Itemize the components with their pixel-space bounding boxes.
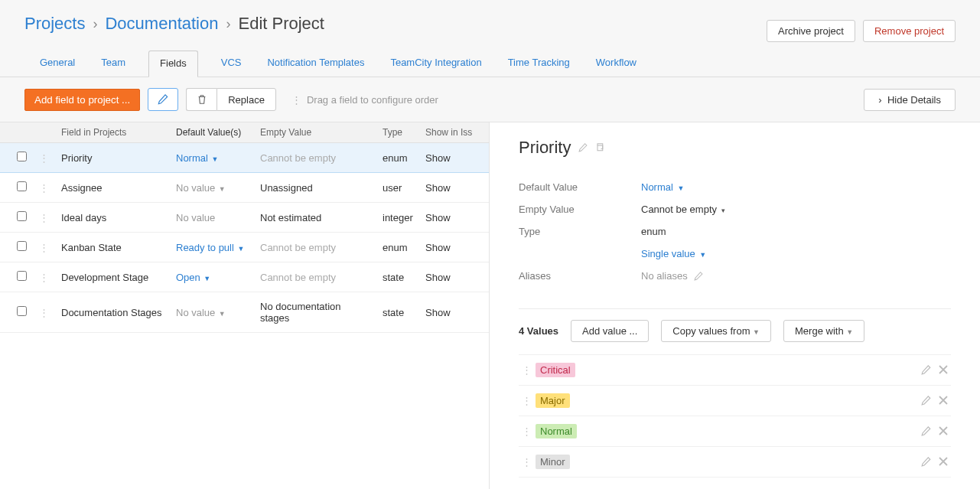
fields-table-panel: Field in Projects Default Value(s) Empty… xyxy=(0,122,490,489)
pencil-icon[interactable] xyxy=(921,396,931,406)
table-row[interactable]: ⋮ Kanban State Ready to pull ▼ Cannot be… xyxy=(0,233,489,262)
tab-teamcity-integration[interactable]: TeamCity Integration xyxy=(387,51,484,77)
empty-value: No documentation stages xyxy=(260,301,341,324)
header-default: Default Value(s) xyxy=(170,122,254,143)
field-type: user xyxy=(376,173,419,203)
row-checkbox[interactable] xyxy=(17,271,27,281)
field-name: Priority xyxy=(55,143,170,173)
show-value: Show xyxy=(419,173,489,203)
default-value-dropdown[interactable]: No value ▼ xyxy=(176,307,226,318)
table-row[interactable]: ⋮ Assignee No value ▼ Unassigned user Sh… xyxy=(0,173,489,203)
tab-fields[interactable]: Fields xyxy=(148,51,198,77)
copy-icon[interactable] xyxy=(595,143,604,152)
drag-handle-icon[interactable]: ⋮ xyxy=(33,173,55,203)
hide-details-button[interactable]: › Hide Details xyxy=(864,89,956,111)
breadcrumb-sep-1: › xyxy=(93,16,97,32)
default-value-dropdown[interactable]: Ready to pull ▼ xyxy=(176,242,244,253)
breadcrumb-documentation[interactable]: Documentation xyxy=(105,14,218,34)
values-list: ⋮ Critical ⋮ Major ⋮ Normal ⋮ Minor xyxy=(519,354,951,478)
replace-button[interactable]: Replace xyxy=(217,88,276,111)
trash-icon xyxy=(197,94,207,105)
fields-table: Field in Projects Default Value(s) Empty… xyxy=(0,122,489,333)
show-value: Show xyxy=(419,292,489,333)
row-checkbox[interactable] xyxy=(17,181,27,191)
values-section: 4 Values Add value ... Copy values from … xyxy=(519,308,951,478)
field-name: Kanban State xyxy=(55,233,170,262)
show-value: Show xyxy=(419,262,489,292)
table-row[interactable]: ⋮ Development Stage Open ▼ Cannot be emp… xyxy=(0,262,489,292)
tab-notification-templates[interactable]: Notification Templates xyxy=(264,51,367,77)
close-icon[interactable] xyxy=(939,396,948,406)
drag-handle-icon[interactable]: ⋮ xyxy=(33,262,55,292)
close-icon[interactable] xyxy=(939,457,948,467)
close-icon[interactable] xyxy=(939,426,948,436)
row-checkbox[interactable] xyxy=(17,152,27,161)
pencil-icon[interactable] xyxy=(694,272,703,281)
value-row[interactable]: ⋮ Major xyxy=(519,386,951,416)
panel-title: Priority xyxy=(519,138,951,158)
drag-handle-icon[interactable]: ⋮ xyxy=(33,233,55,262)
value-row[interactable]: ⋮ Critical xyxy=(519,354,951,386)
merge-with-button[interactable]: Merge with ▼ xyxy=(783,320,864,342)
row-checkbox[interactable] xyxy=(17,241,27,251)
drag-handle-icon[interactable]: ⋮ xyxy=(522,456,536,468)
copy-values-button[interactable]: Copy values from ▼ xyxy=(661,320,771,342)
show-value: Show xyxy=(419,203,489,233)
breadcrumb-projects[interactable]: Projects xyxy=(24,14,85,34)
drag-handle-icon[interactable]: ⋮ xyxy=(522,425,536,437)
edit-mode-button[interactable] xyxy=(148,88,178,111)
field-type: integer xyxy=(376,203,419,233)
tab-team[interactable]: Team xyxy=(98,51,129,77)
show-value: Show xyxy=(419,233,489,262)
tab-vcs[interactable]: VCS xyxy=(218,51,245,77)
drag-handle-icon[interactable]: ⋮ xyxy=(522,395,536,406)
field-type: enum xyxy=(376,233,419,262)
value-row[interactable]: ⋮ Minor xyxy=(519,447,951,478)
prop-aliases-label: Aliases xyxy=(519,270,641,282)
archive-project-button[interactable]: Archive project xyxy=(767,20,855,42)
breadcrumb: Projects › Documentation › Edit Project xyxy=(24,14,324,34)
row-checkbox[interactable] xyxy=(17,211,27,221)
header-type: Type xyxy=(376,122,419,143)
drag-dots-icon: ⋮ xyxy=(291,94,302,106)
field-detail-panel: Priority Default Value Normal ▼ Empty Va… xyxy=(490,122,980,489)
prop-aliases-value: No aliases xyxy=(641,270,688,282)
tab-workflow[interactable]: Workflow xyxy=(593,51,640,77)
default-value-dropdown[interactable]: No value ▼ xyxy=(176,182,226,194)
remove-project-button[interactable]: Remove project xyxy=(863,20,956,42)
table-row[interactable]: ⋮ Documentation Stages No value ▼ No doc… xyxy=(0,292,489,333)
main-split: Field in Projects Default Value(s) Empty… xyxy=(0,122,980,489)
prop-default-value[interactable]: Normal ▼ xyxy=(641,181,684,193)
pencil-icon[interactable] xyxy=(921,457,931,467)
add-field-button[interactable]: Add field to project ... xyxy=(24,89,140,111)
show-value: Show xyxy=(419,143,489,173)
add-value-button[interactable]: Add value ... xyxy=(571,320,649,342)
drag-handle-icon[interactable]: ⋮ xyxy=(33,292,55,333)
table-row[interactable]: ⋮ Ideal days No value Not estimated inte… xyxy=(0,203,489,233)
delete-field-button[interactable] xyxy=(186,88,217,111)
pencil-icon xyxy=(158,94,168,105)
default-value-dropdown[interactable]: Normal ▼ xyxy=(176,152,218,164)
pencil-icon[interactable] xyxy=(921,426,931,436)
row-checkbox[interactable] xyxy=(17,306,27,316)
fields-toolbar: Add field to project ... Replace ⋮ Drag … xyxy=(0,77,980,122)
prop-empty-value[interactable]: Cannot be empty ▾ xyxy=(641,204,725,215)
table-row[interactable]: ⋮ Priority Normal ▼ Cannot be empty enum… xyxy=(0,143,489,173)
panel-title-text: Priority xyxy=(519,138,571,158)
value-row[interactable]: ⋮ Normal xyxy=(519,416,951,447)
header-field: Field in Projects xyxy=(55,122,170,143)
drag-handle-icon[interactable]: ⋮ xyxy=(522,364,536,376)
empty-value: Cannot be empty xyxy=(260,272,336,283)
default-value-dropdown[interactable]: Open ▼ xyxy=(176,272,210,283)
tab-time-tracking[interactable]: Time Tracking xyxy=(505,51,573,77)
tab-general[interactable]: General xyxy=(37,51,78,77)
drag-handle-icon[interactable]: ⋮ xyxy=(33,143,55,173)
field-name: Development Stage xyxy=(55,262,170,292)
prop-type-label: Type xyxy=(519,226,641,237)
pencil-icon[interactable] xyxy=(921,365,931,375)
prop-type-extra-value[interactable]: Single value ▼ xyxy=(641,248,706,259)
drag-handle-icon[interactable]: ⋮ xyxy=(33,203,55,233)
close-icon[interactable] xyxy=(939,365,948,375)
svg-rect-0 xyxy=(597,145,603,151)
pencil-icon[interactable] xyxy=(578,143,588,152)
